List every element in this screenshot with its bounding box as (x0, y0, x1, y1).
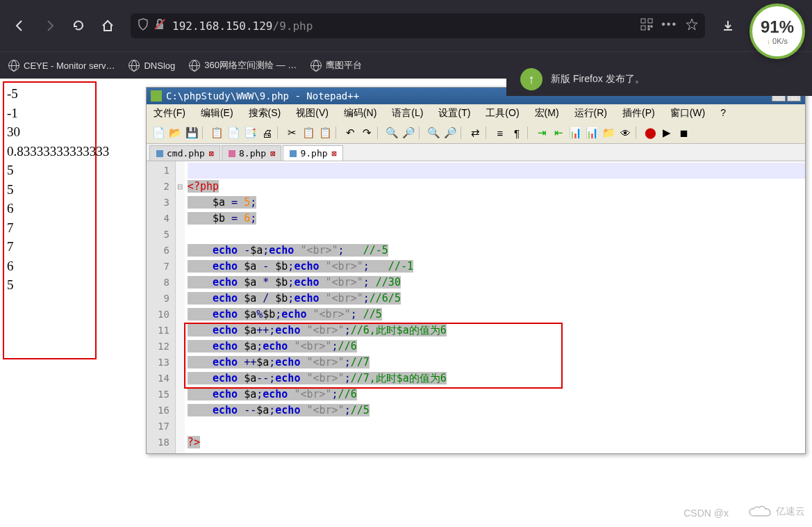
menu-item[interactable]: 设置(T) (436, 106, 473, 121)
undo-icon[interactable]: ↶ (342, 125, 358, 140)
output-line: 5 (7, 161, 92, 180)
notepad-window: C:\phpStudy\WWW\9.php - Notepad++ _ □ 文件… (146, 87, 806, 454)
svg-rect-6 (648, 29, 649, 30)
new-file-icon[interactable]: 📄 (151, 125, 166, 140)
code-line[interactable]: echo $a - $b;echo "<br>"; //-1 (188, 259, 805, 275)
menu-item[interactable]: 视图(V) (293, 106, 331, 121)
forward-button[interactable] (38, 14, 61, 38)
wrap-icon[interactable]: ≡ (492, 125, 508, 140)
menu-item[interactable]: 文件(F) (151, 106, 188, 121)
shield-icon (138, 18, 149, 33)
code-line[interactable]: $a = 5; (188, 195, 805, 211)
print-icon[interactable]: 🖨 (259, 125, 274, 140)
menu-item[interactable]: 运行(R) (572, 106, 610, 121)
bookmark-star-icon[interactable] (686, 18, 698, 33)
stop-icon[interactable]: ⏹ (676, 125, 691, 140)
func-icon[interactable]: 📊 (567, 125, 583, 140)
zoom-in-icon[interactable]: 🔍 (426, 125, 441, 140)
menu-item[interactable]: 窗口(W) (668, 106, 709, 121)
more-icon[interactable]: ••• (661, 18, 677, 33)
bookmark-yingtu[interactable]: 鹰图平台 (310, 59, 362, 72)
folder-icon[interactable]: 📁 (601, 125, 616, 140)
insecure-lock-icon (154, 19, 165, 33)
menu-item[interactable]: 搜索(S) (246, 106, 284, 121)
bookmark-dnslog[interactable]: DNSlog (129, 60, 175, 71)
paste-icon[interactable]: 📄 (226, 125, 241, 140)
output-line: 5 (7, 275, 92, 295)
tab-close-icon[interactable]: ⊠ (209, 149, 214, 159)
code-line[interactable]: echo $a;echo "<br>";//6 (188, 339, 805, 355)
output-line: -5 (7, 84, 92, 104)
map-icon[interactable]: 📊 (584, 125, 599, 140)
code-line[interactable]: ?> (188, 435, 805, 451)
cloud-icon (748, 505, 773, 519)
upload-icon: ↑ (520, 68, 542, 90)
copy3-icon[interactable]: 📋 (301, 125, 316, 140)
code-line[interactable]: $b = 6; (188, 211, 805, 227)
qr-icon[interactable] (640, 18, 653, 33)
code-line[interactable] (188, 451, 805, 453)
code-line[interactable]: <?php (188, 179, 805, 195)
code-area[interactable]: <?php $a = 5; $b = 6; echo -$a;echo "<br… (185, 161, 805, 453)
home-button[interactable] (96, 14, 119, 38)
notepad-editor[interactable]: 12345678910111213141516171819 ⊟ <?php $a… (147, 161, 805, 453)
downloads-icon[interactable] (716, 14, 740, 38)
code-line[interactable]: echo $a--;echo "<br>";//7,此时$a的值为6 (188, 371, 805, 387)
code-line[interactable] (188, 227, 805, 243)
code-line[interactable]: echo $a++;echo "<br>";//6,此时$a的值为6 (188, 323, 805, 339)
menu-item[interactable]: 编辑(E) (198, 106, 236, 121)
record-icon[interactable]: ⬤ (643, 125, 658, 140)
globe-icon (8, 60, 19, 71)
bookmark-360[interactable]: 360网络空间测绘 — … (189, 59, 297, 72)
paste2-icon[interactable]: 📋 (317, 125, 333, 140)
code-line[interactable]: echo $a * $b;echo "<br>"; //30 (188, 275, 805, 291)
code-line[interactable] (188, 419, 805, 435)
reload-button[interactable] (67, 14, 90, 38)
menu-item[interactable]: 宏(M) (532, 106, 562, 121)
back-button[interactable] (8, 14, 32, 38)
menu-item[interactable]: 编码(N) (341, 106, 379, 121)
tab-close-icon[interactable]: ⊠ (332, 149, 337, 159)
sync-icon[interactable]: ⇄ (467, 125, 483, 140)
notepad-app-icon (151, 90, 162, 102)
find-icon[interactable]: 🔍 (384, 125, 399, 140)
bookmark-ceye[interactable]: CEYE - Monitor serv… (8, 60, 115, 71)
url-text: 192.168.150.129/9.php (172, 19, 640, 33)
zoom-out-icon[interactable]: 🔎 (442, 125, 458, 140)
indent-icon[interactable]: ⇥ (534, 125, 549, 140)
output-line: 6 (7, 199, 92, 218)
play-icon[interactable]: ▶ (659, 125, 674, 140)
output-line: 6 (7, 257, 92, 276)
file-tab[interactable]: 9.php⊠ (283, 145, 342, 161)
tab-close-icon[interactable]: ⊠ (270, 149, 275, 159)
outdent-icon[interactable]: ⇤ (551, 125, 566, 140)
menu-item[interactable]: 语言(L) (389, 106, 426, 121)
file-tab[interactable]: 8.php⊠ (222, 145, 281, 161)
monitor-icon[interactable]: 👁 (618, 125, 633, 140)
code-line[interactable]: echo $a%$b;echo "<br>"; //5 (188, 307, 805, 323)
copy-icon[interactable]: 📋 (209, 125, 224, 140)
menu-item[interactable]: ? (718, 106, 729, 121)
menu-item[interactable]: 工具(O) (483, 106, 522, 121)
replace-icon[interactable]: 🔎 (401, 125, 416, 140)
code-line[interactable]: echo ++$a;echo "<br>";//7 (188, 355, 805, 371)
redo-icon[interactable]: ↷ (359, 125, 374, 140)
menu-item[interactable]: 插件(P) (620, 106, 658, 121)
svg-rect-1 (641, 19, 645, 23)
code-line[interactable]: echo $a;echo "<br>";//6 (188, 387, 805, 403)
open-file-icon[interactable]: 📂 (167, 125, 183, 140)
code-line[interactable] (188, 163, 805, 179)
globe-icon (129, 60, 140, 71)
code-line[interactable]: echo --$a;echo "<br>";//5 (188, 403, 805, 419)
para-icon[interactable]: ¶ (509, 125, 524, 140)
firefox-update-notification[interactable]: ↑ 新版 Firefox 发布了。 (506, 63, 812, 96)
speed-badge[interactable]: 91% ↓ 0K/s (749, 3, 805, 59)
save-icon[interactable]: 💾 (184, 125, 199, 140)
cut-icon[interactable]: ✂ (284, 125, 299, 140)
copy2-icon[interactable]: 📑 (242, 125, 258, 140)
address-bar[interactable]: 192.168.150.129/9.php ••• (131, 13, 705, 38)
fold-gutter[interactable]: ⊟ (175, 161, 185, 453)
code-line[interactable]: echo $a / $b;echo "<br>";//6/5 (188, 291, 805, 307)
code-line[interactable]: echo -$a;echo "<br>"; //-5 (188, 243, 805, 259)
file-tab[interactable]: cmd.php⊠ (149, 145, 220, 161)
